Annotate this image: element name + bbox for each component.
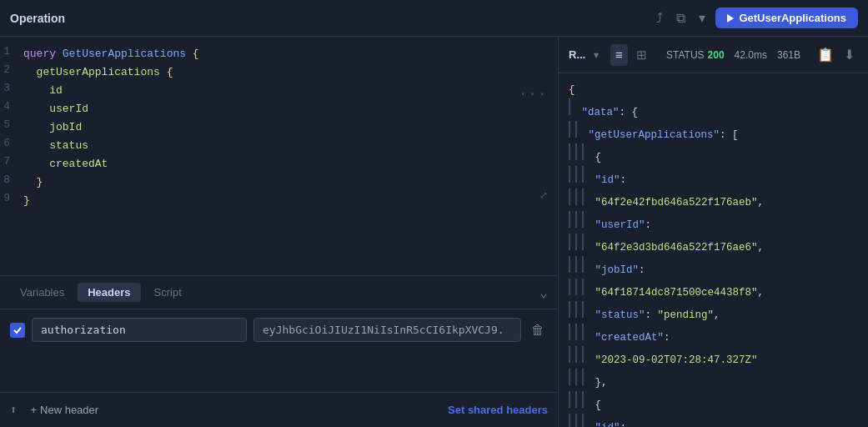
top-bar-left: Operation xyxy=(10,12,65,25)
json-line: "status": "pending", xyxy=(569,301,858,324)
json-line: "userId": xyxy=(569,211,858,234)
code-line-6: 6 status xyxy=(0,137,558,155)
json-line: { xyxy=(569,391,858,414)
line-content-8: } xyxy=(23,173,43,192)
json-line: "createdAt": xyxy=(569,324,858,346)
copy-response-button[interactable]: 📋 xyxy=(814,43,837,66)
tab-variables[interactable]: Variables xyxy=(10,283,74,302)
code-editor[interactable]: 1 query GetUserApplications { 2 getUserA… xyxy=(0,37,558,275)
status-label: STATUS xyxy=(666,49,705,61)
share-button[interactable]: ⤴ xyxy=(653,8,666,29)
clipboard-icon: 📋 xyxy=(817,47,834,63)
response-dropdown-icon[interactable]: ▾ xyxy=(592,47,600,63)
delete-header-button[interactable]: 🗑 xyxy=(528,319,548,341)
line-content-5: jobId xyxy=(23,118,82,137)
line-num-5: 5 xyxy=(0,118,23,131)
left-panel: 1 query GetUserApplications { 2 getUserA… xyxy=(0,37,559,427)
line-num-4: 4 xyxy=(0,100,23,113)
line-num-8: 8 xyxy=(0,173,23,186)
list-view-button[interactable]: ≡ xyxy=(610,44,628,66)
operation-title: Operation xyxy=(10,12,65,25)
collapse-icon[interactable]: ⌄ xyxy=(539,284,548,301)
download-icon: ⬇ xyxy=(844,47,855,63)
right-panel: R... ▾ ≡ ⊞ STATUS 200 42.0ms 361B 📋 ⬇ xyxy=(559,37,868,427)
bottom-tabs: Variables Headers Script ⌄ 🗑 xyxy=(0,275,558,427)
line-content-9: } xyxy=(23,192,30,210)
json-line: "id": xyxy=(569,166,858,188)
grid-view-button[interactable]: ⊞ xyxy=(631,44,652,66)
json-line: "jobId": xyxy=(569,256,858,279)
tab-script[interactable]: Script xyxy=(144,283,192,302)
json-line: "id": xyxy=(569,414,858,427)
json-line: "data": { xyxy=(569,98,858,121)
json-line: "64f18714dc871500ce4438f8", xyxy=(569,279,858,301)
response-name: R... xyxy=(569,48,585,61)
json-line: }, xyxy=(569,369,858,391)
main-content: 1 query GetUserApplications { 2 getUserA… xyxy=(0,37,868,427)
set-shared-headers-button[interactable]: Set shared headers xyxy=(448,404,548,416)
trash-icon: 🗑 xyxy=(531,323,544,338)
top-bar-icons: ⤴ ⧉ ▾ GetUserApplications xyxy=(653,7,858,29)
code-line-3: 3 id xyxy=(0,82,558,100)
json-line: "64f2e3d3bd646a522f176ae6", xyxy=(569,234,858,256)
context-menu-icon[interactable]: ··· xyxy=(519,87,548,102)
line-num-2: 2 xyxy=(0,63,23,76)
play-icon xyxy=(727,14,734,23)
plus-icon: + xyxy=(30,404,37,416)
line-num-7: 7 xyxy=(0,155,23,168)
line-content-7: createdAt xyxy=(23,155,108,173)
download-response-button[interactable]: ⬇ xyxy=(840,43,858,66)
status-info: STATUS 200 42.0ms 361B xyxy=(666,49,800,61)
view-icons: ≡ ⊞ xyxy=(610,44,652,66)
line-content-6: status xyxy=(23,137,88,155)
line-num-1: 1 xyxy=(0,45,23,58)
status-code: 200 xyxy=(708,49,725,61)
header-checkbox[interactable] xyxy=(10,323,25,338)
top-bar: Operation ⤴ ⧉ ▾ GetUserApplications xyxy=(0,0,868,37)
code-line-4: 4 userId xyxy=(0,100,558,118)
chevron-down-icon: ▾ xyxy=(699,10,705,26)
status-size: 361B xyxy=(777,49,800,61)
run-button-label: GetUserApplications xyxy=(739,12,846,24)
line-num-9: 9 xyxy=(0,192,23,204)
header-key-input[interactable] xyxy=(32,318,247,342)
json-line: { xyxy=(569,143,858,166)
json-viewer[interactable]: { "data": { "getUserApplications": [ { "… xyxy=(559,73,868,427)
json-line: "64f2e42fbd646a522f176aeb", xyxy=(569,188,858,211)
code-editor-inner: 1 query GetUserApplications { 2 getUserA… xyxy=(0,45,558,210)
dropdown-button[interactable]: ▾ xyxy=(695,7,709,29)
header-value-input[interactable] xyxy=(253,318,521,342)
code-line-2: 2 getUserApplications { xyxy=(0,63,558,82)
copy-icon: ⧉ xyxy=(676,11,685,26)
right-top-bar: R... ▾ ≡ ⊞ STATUS 200 42.0ms 361B 📋 ⬇ xyxy=(559,37,868,73)
json-line: { xyxy=(569,82,858,98)
expand-icon[interactable]: ⤢ xyxy=(539,189,548,202)
run-button[interactable]: GetUserApplications xyxy=(715,8,858,28)
json-line: "getUserApplications": [ xyxy=(569,121,858,143)
code-line-9: 9 } xyxy=(0,192,558,210)
import-icon[interactable]: ⬆ xyxy=(10,403,17,417)
code-line-7: 7 createdAt xyxy=(0,155,558,173)
copy-button[interactable]: ⧉ xyxy=(673,8,689,29)
new-header-label: New header xyxy=(40,404,98,416)
new-header-button[interactable]: + New header xyxy=(30,404,98,416)
line-content-4: userId xyxy=(23,100,88,118)
tab-headers[interactable]: Headers xyxy=(78,283,140,302)
code-line-5: 5 jobId xyxy=(0,118,558,137)
status-time: 42.0ms xyxy=(735,49,767,61)
checkmark-icon xyxy=(13,325,23,335)
code-line-8: 8 } xyxy=(0,173,558,192)
right-action-icons: 📋 ⬇ xyxy=(814,43,858,66)
line-content-3: id xyxy=(23,82,63,100)
line-content-1: query GetUserApplications { xyxy=(23,45,199,63)
line-num-3: 3 xyxy=(0,82,23,94)
code-line-1: 1 query GetUserApplications { xyxy=(0,45,558,63)
header-row: 🗑 xyxy=(10,318,548,342)
line-num-6: 6 xyxy=(0,137,23,149)
json-line: "2023-09-02T07:28:47.327Z" xyxy=(569,346,858,369)
tabs-header: Variables Headers Script ⌄ xyxy=(0,276,558,309)
bottom-footer: ⬆ + New header Set shared headers xyxy=(0,392,558,427)
share-icon: ⤴ xyxy=(656,11,663,26)
headers-content: 🗑 xyxy=(0,309,558,392)
line-content-2: getUserApplications { xyxy=(23,63,173,82)
